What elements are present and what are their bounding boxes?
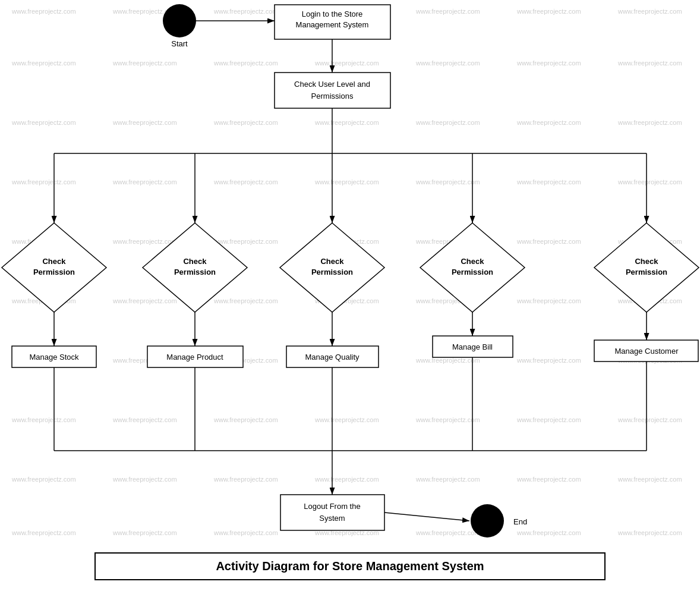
diagram-container: www.freeprojectz.com www.freeprojectz.co… [0,0,700,591]
diamond3-text1: Check [320,257,344,266]
check-user-text2: Permissions [311,92,354,100]
start-circle [163,4,196,37]
end-circle [471,504,504,537]
check-user-box [275,73,390,108]
diamond1-text1: Check [42,257,66,266]
diamond2-text1: Check [183,257,207,266]
check-user-text1: Check User Level and [294,80,370,89]
login-text-line1: Login to the Store [302,10,363,18]
manage-bill-text: Manage Bill [452,342,493,351]
logout-text1: Logout From the [304,502,360,511]
diamond1-text2: Permission [33,268,75,276]
logout-text2: System [319,514,345,523]
login-text-line2: Management System [296,20,369,29]
end-label: End [513,517,527,526]
diagram-svg: Start Login to the Store Management Syst… [0,0,700,591]
diamond4-text2: Permission [452,268,493,276]
start-label: Start [171,39,188,48]
diamond5-text1: Check [635,257,658,266]
diamond2-text2: Permission [174,268,216,276]
diamond5-text2: Permission [626,268,667,276]
diagram-title: Activity Diagram for Store Management Sy… [94,552,606,580]
logout-box [280,495,384,530]
diamond4-text1: Check [461,257,484,266]
manage-stock-text: Manage Stock [29,353,79,361]
manage-quality-text: Manage Quality [305,353,360,361]
manage-customer-text: Manage Customer [615,347,679,356]
svg-line-22 [384,513,469,521]
manage-product-text: Manage Product [166,353,223,361]
diamond3-text2: Permission [311,268,353,276]
